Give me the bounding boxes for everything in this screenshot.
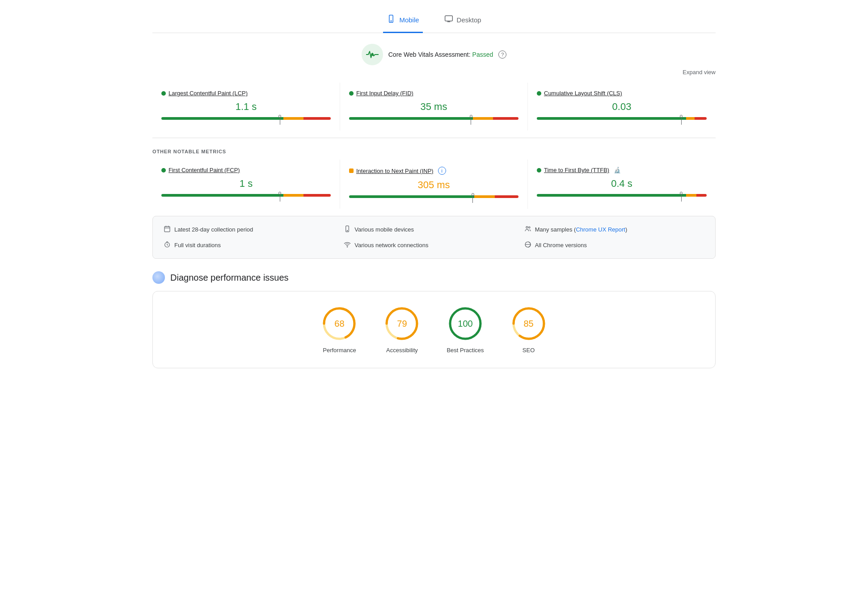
score-performance-label: Performance xyxy=(323,347,356,354)
score-best-practices-value: 100 xyxy=(458,319,472,329)
svg-point-11 xyxy=(347,230,348,231)
metric-ttfb: Time to First Byte (TTFB) 🔬 0.4 s xyxy=(528,160,716,209)
metric-ttfb-bar xyxy=(537,194,707,197)
metric-lcp-bar xyxy=(161,117,331,120)
metric-inp-bar xyxy=(349,195,518,198)
info-item-5: All Chrome versions xyxy=(524,239,704,251)
core-metrics-grid: Largest Contentful Paint (LCP) 1.1 s xyxy=(152,83,716,131)
info-item-icon-1 xyxy=(344,225,351,234)
metric-fid: First Input Delay (FID) 35 ms xyxy=(340,83,528,131)
other-metrics-label: OTHER NOTABLE METRICS xyxy=(152,145,716,160)
score-performance: 68 Performance xyxy=(321,306,357,354)
marker-line xyxy=(471,118,471,125)
desktop-icon xyxy=(444,14,453,25)
tab-desktop-label: Desktop xyxy=(457,16,481,24)
metric-inp: Interaction to Next Paint (INP) i 305 ms xyxy=(340,160,528,209)
info-item-icon-5 xyxy=(524,241,531,249)
metric-inp-label: Interaction to Next Paint (INP) i xyxy=(349,167,518,175)
page-container: Mobile Desktop Core Web Vitals Assessmen… xyxy=(139,0,729,377)
metric-lcp-value: 1.1 s xyxy=(161,101,331,113)
score-best-practices-circle: 100 xyxy=(447,306,483,341)
score-seo-circle: 85 xyxy=(511,306,547,341)
score-accessibility-value: 79 xyxy=(397,319,407,329)
metric-cls-label: Cumulative Layout Shift (CLS) xyxy=(537,90,707,97)
metric-fid-value: 35 ms xyxy=(349,101,518,113)
metric-fid-link[interactable]: First Input Delay (FID) xyxy=(356,90,413,97)
tabs-bar: Mobile Desktop xyxy=(152,9,716,33)
inp-info-icon[interactable]: i xyxy=(438,167,446,175)
score-accessibility-label: Accessibility xyxy=(386,347,418,354)
info-item-text-1: Various mobile devices xyxy=(354,226,414,233)
metric-inp-value: 305 ms xyxy=(349,179,518,191)
score-accessibility-circle: 79 xyxy=(384,306,420,341)
scores-card: 68 Performance 79 Accessibility 100 xyxy=(152,291,716,368)
marker-line xyxy=(280,194,280,202)
metric-fcp-bar xyxy=(161,194,331,197)
score-performance-circle: 68 xyxy=(321,306,357,341)
ttfb-lab-icon: 🔬 xyxy=(614,167,621,173)
marker-line xyxy=(280,118,280,125)
svg-point-1 xyxy=(391,21,392,21)
info-item-text-0: Latest 28-day collection period xyxy=(174,226,253,233)
metric-cls-link[interactable]: Cumulative Layout Shift (CLS) xyxy=(544,90,622,97)
other-metrics-grid: First Contentful Paint (FCP) 1 s Int xyxy=(152,160,716,209)
metric-cls-value: 0.03 xyxy=(537,101,707,113)
metric-ttfb-label: Time to First Byte (TTFB) 🔬 xyxy=(537,167,707,173)
svg-point-5 xyxy=(371,53,374,56)
info-item-icon-3 xyxy=(164,241,171,249)
metric-fid-bar xyxy=(349,117,518,120)
metric-fcp-link[interactable]: First Contentful Paint (FCP) xyxy=(169,167,240,173)
metric-fcp: First Contentful Paint (FCP) 1 s xyxy=(152,160,340,209)
svg-rect-6 xyxy=(164,227,170,232)
score-best-practices-label: Best Practices xyxy=(447,347,484,354)
diagnose-header: Diagnose performance issues xyxy=(152,271,716,284)
score-best-practices: 100 Best Practices xyxy=(447,306,484,354)
diagnose-icon xyxy=(152,271,165,284)
svg-point-12 xyxy=(526,227,528,228)
cwv-header: Core Web Vitals Assessment: Passed ? xyxy=(152,44,716,65)
info-item-3: Full visit durations xyxy=(164,239,344,251)
info-box: Latest 28-day collection period Various … xyxy=(152,216,716,259)
section-divider xyxy=(152,138,716,138)
metric-inp-link[interactable]: Interaction to Next Paint (INP) xyxy=(356,168,434,174)
diagnose-title: Diagnose performance issues xyxy=(170,273,289,283)
info-item-text-3: Full visit durations xyxy=(174,242,221,249)
tab-mobile-label: Mobile xyxy=(399,16,419,24)
info-item-icon-4 xyxy=(344,241,351,249)
score-seo: 85 SEO xyxy=(511,306,547,354)
info-item-text-4: Various network connections xyxy=(354,242,428,249)
info-item-icon-0 xyxy=(164,225,171,234)
mobile-icon xyxy=(387,14,396,25)
cwv-title: Core Web Vitals Assessment: Passed xyxy=(388,51,493,58)
tab-mobile[interactable]: Mobile xyxy=(383,9,422,33)
metric-fcp-label: First Contentful Paint (FCP) xyxy=(161,167,331,173)
tab-desktop[interactable]: Desktop xyxy=(441,9,485,33)
score-performance-value: 68 xyxy=(334,319,344,329)
metric-lcp: Largest Contentful Paint (LCP) 1.1 s xyxy=(152,83,340,131)
metric-ttfb-value: 0.4 s xyxy=(537,178,707,190)
svg-point-13 xyxy=(528,227,530,228)
chrome-ux-link[interactable]: Chrome UX Report xyxy=(576,226,625,233)
cwv-icon xyxy=(362,44,383,65)
info-item-1: Various mobile devices xyxy=(344,223,524,236)
info-item-text-2: Many samples (Chrome UX Report) xyxy=(535,226,628,233)
info-item-2: Many samples (Chrome UX Report) xyxy=(524,223,704,236)
metric-fid-label: First Input Delay (FID) xyxy=(349,90,518,97)
metric-fcp-value: 1 s xyxy=(161,178,331,190)
marker-line xyxy=(681,194,682,202)
metric-lcp-label: Largest Contentful Paint (LCP) xyxy=(161,90,331,97)
metric-cls: Cumulative Layout Shift (CLS) 0.03 xyxy=(528,83,716,131)
svg-point-16 xyxy=(347,247,348,247)
cwv-info-icon[interactable]: ? xyxy=(498,51,506,59)
metric-lcp-link[interactable]: Largest Contentful Paint (LCP) xyxy=(169,90,248,97)
expand-view-button[interactable]: Expand view xyxy=(152,69,716,76)
score-seo-value: 85 xyxy=(523,319,533,329)
score-accessibility: 79 Accessibility xyxy=(384,306,420,354)
metric-ttfb-link[interactable]: Time to First Byte (TTFB) xyxy=(544,167,609,173)
info-item-icon-2 xyxy=(524,225,531,234)
marker-line xyxy=(472,196,473,203)
marker-line xyxy=(681,118,682,125)
svg-rect-2 xyxy=(445,16,452,21)
metric-cls-bar xyxy=(537,117,707,120)
score-seo-label: SEO xyxy=(522,347,535,354)
